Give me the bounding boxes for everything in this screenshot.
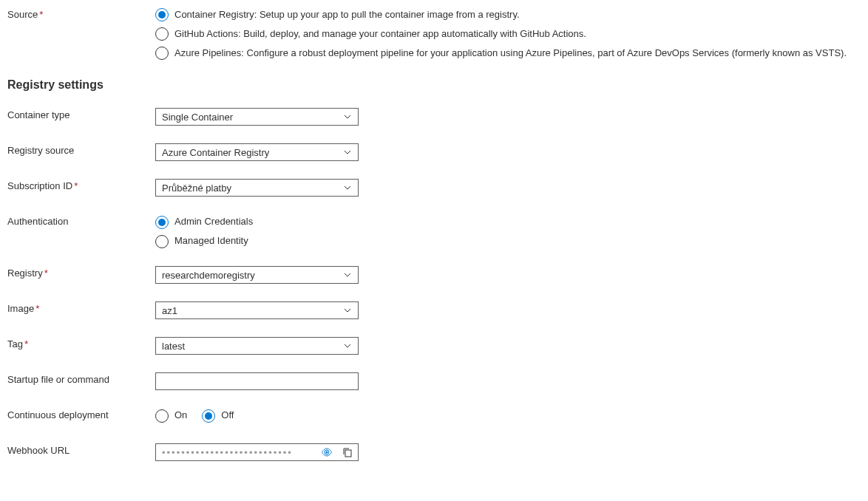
authentication-option-admin[interactable]: Admin Credentials (155, 214, 861, 229)
authentication-radio-group: Admin Credentials Managed Identity (155, 214, 861, 248)
select-value: Průběžné platby (162, 183, 231, 194)
registry-select[interactable]: researchdemoregistry (155, 266, 359, 284)
radio-icon (155, 27, 169, 41)
source-label: Source* (7, 7, 155, 20)
select-value: Azure Container Registry (162, 147, 269, 158)
registry-source-label: Registry source (7, 143, 155, 156)
subscription-id-select[interactable]: Průběžné platby (155, 179, 359, 197)
chevron-down-icon (343, 148, 352, 157)
radio-label: GitHub Actions: Build, deploy, and manag… (174, 27, 586, 41)
continuous-deployment-radio-group: On Off (155, 408, 861, 423)
continuous-deployment-label: Continuous deployment (7, 408, 155, 420)
source-radio-group: Container Registry: Setup up your app to… (155, 7, 861, 61)
container-type-label: Container type (7, 108, 155, 120)
radio-label: On (174, 408, 187, 423)
svg-point-0 (326, 451, 328, 454)
required-indicator: * (44, 267, 48, 279)
container-type-select[interactable]: Single Container (155, 108, 359, 126)
chevron-down-icon (343, 341, 352, 350)
startup-label: Startup file or command (7, 372, 155, 385)
source-option-container-registry[interactable]: Container Registry: Setup up your app to… (155, 7, 861, 22)
reveal-button[interactable] (316, 444, 337, 460)
tag-label: Tag* (7, 337, 155, 350)
registry-settings-heading: Registry settings (7, 78, 861, 92)
source-option-azure-pipelines[interactable]: Azure Pipelines: Configure a robust depl… (155, 46, 861, 61)
radio-icon (202, 409, 215, 423)
radio-icon (155, 8, 169, 21)
chevron-down-icon (343, 183, 352, 192)
radio-icon (155, 216, 169, 229)
select-value: Single Container (162, 112, 233, 123)
source-option-github-actions[interactable]: GitHub Actions: Build, deploy, and manag… (155, 27, 861, 41)
registry-label: Registry* (7, 266, 155, 279)
radio-label: Container Registry: Setup up your app to… (174, 7, 520, 22)
registry-source-select[interactable]: Azure Container Registry (155, 143, 359, 161)
image-label: Image* (7, 301, 155, 314)
subscription-id-label: Subscription ID* (7, 179, 155, 191)
radio-label: Azure Pipelines: Configure a robust depl… (174, 46, 847, 61)
radio-label: Off (221, 408, 234, 423)
radio-icon (155, 409, 169, 423)
radio-icon (155, 47, 169, 60)
select-value: az1 (162, 305, 177, 316)
chevron-down-icon (343, 306, 352, 315)
copy-icon (342, 447, 353, 457)
eye-icon (321, 446, 333, 458)
copy-button[interactable] (337, 444, 358, 460)
radio-icon (155, 235, 169, 248)
startup-input[interactable] (155, 372, 359, 390)
select-value: researchdemoregistry (162, 270, 255, 281)
webhook-url-input[interactable] (156, 444, 316, 460)
required-indicator: * (24, 338, 28, 350)
webhook-url-label: Webhook URL (7, 443, 155, 456)
authentication-label: Authentication (7, 214, 155, 227)
tag-select[interactable]: latest (155, 337, 359, 355)
required-indicator: * (35, 303, 39, 314)
chevron-down-icon (343, 112, 352, 121)
authentication-option-managed-identity[interactable]: Managed Identity (155, 234, 861, 248)
continuous-deployment-on[interactable]: On (155, 408, 187, 423)
continuous-deployment-off[interactable]: Off (202, 408, 234, 423)
svg-rect-1 (345, 450, 351, 457)
select-value: latest (162, 341, 185, 352)
chevron-down-icon (343, 270, 352, 279)
required-indicator: * (74, 180, 78, 191)
image-select[interactable]: az1 (155, 301, 359, 319)
radio-label: Admin Credentials (174, 214, 253, 229)
radio-label: Managed Identity (174, 234, 248, 248)
required-indicator: * (39, 9, 43, 20)
webhook-url-field (155, 443, 359, 461)
